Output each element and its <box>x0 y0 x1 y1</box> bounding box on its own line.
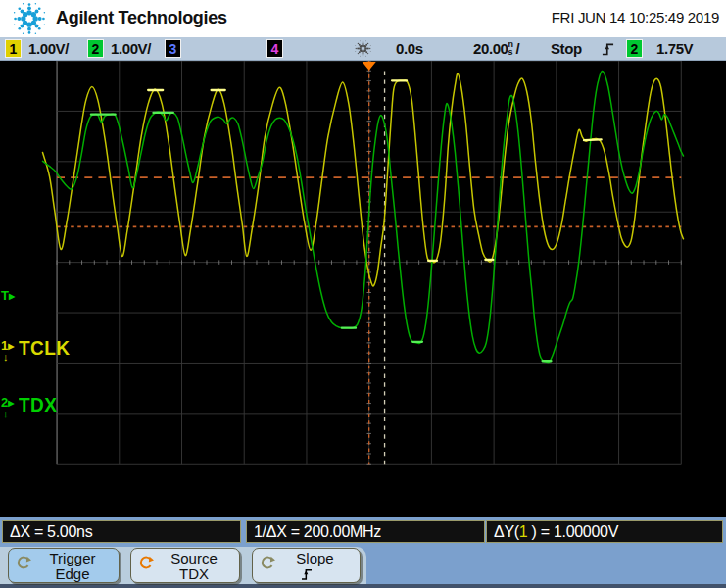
waveform-area: T▶ 1▶↓ 2▶↓ TCLK TDX <box>0 61 726 517</box>
rising-edge-icon <box>253 566 360 582</box>
tdx-trace-label: TDX <box>19 394 57 416</box>
softkey-line2: Edge <box>55 565 89 582</box>
softkey-line1: Trigger <box>50 550 96 566</box>
datetime-text: FRI JUN 14 10:25:49 2019 <box>552 9 719 25</box>
rotate-knob-icon <box>138 555 154 570</box>
agilent-starburst-gray-icon <box>354 39 372 58</box>
delay-readout: 0.0s <box>396 37 423 61</box>
channel1-badge: 1 <box>5 39 22 58</box>
channel4-badge: 4 <box>266 39 283 58</box>
trigger-edge-button[interactable]: TriggerEdge <box>8 548 120 583</box>
trigger-level-marker: T▶ <box>1 290 15 303</box>
softkey-line1: Source <box>170 550 218 566</box>
trigger-source-badge: 2 <box>626 39 643 58</box>
ch2-ground-marker: 2▶↓ <box>1 397 14 418</box>
delta-x-readout: ΔX = 5.00ns <box>2 520 241 543</box>
agilent-starburst-icon <box>10 0 49 37</box>
tclk-trace-label: TCLK <box>19 337 71 360</box>
softkey-line2: TDX <box>179 565 209 582</box>
channel1-scale: 1.00V/ <box>28 37 69 61</box>
status-bar: 1 1.00V/ 2 1.00V/ 3 4 0.0s 20.00n s/ Sto… <box>0 37 726 61</box>
slope-button[interactable]: Slope <box>252 548 361 583</box>
waveform-plot <box>0 61 726 517</box>
timebase-readout: 20.00n s/ <box>473 37 519 61</box>
brand-title: Agilent Technologies <box>56 8 227 28</box>
header-bar: Agilent Technologies FRI JUN 14 10:25:49… <box>0 0 726 37</box>
inv-delta-x-readout: 1/ΔX = 200.00MHz <box>246 520 485 543</box>
rising-edge-icon <box>602 40 614 57</box>
timebase-unit: n s <box>508 40 516 56</box>
softkey-bar: TriggerEdge SourceTDX Slope <box>0 547 726 588</box>
rotate-knob-icon <box>16 555 31 570</box>
oscilloscope-screen: { "header": { "brand": "Agilent Technolo… <box>0 0 726 588</box>
delta-y-readout: ΔY(1 ) = 1.00000V <box>486 520 723 543</box>
channel3-badge: 3 <box>165 39 181 58</box>
ch1-ground-marker: 1▶↓ <box>1 340 14 362</box>
trigger-level-readout: 1.75V <box>656 37 693 61</box>
acq-mode-readout: Stop <box>551 37 582 61</box>
softkey-line1: Slope <box>296 550 333 566</box>
measurement-readout-bar: ΔX = 5.00ns 1/ΔX = 200.00MHz ΔY(1 ) = 1.… <box>0 517 726 547</box>
timebase-value: 20.00 <box>473 40 508 57</box>
timebase-suffix: / <box>516 40 520 57</box>
channel2-badge: 2 <box>87 39 104 58</box>
source-button[interactable]: SourceTDX <box>130 548 240 583</box>
channel2-scale: 1.00V/ <box>111 37 151 61</box>
